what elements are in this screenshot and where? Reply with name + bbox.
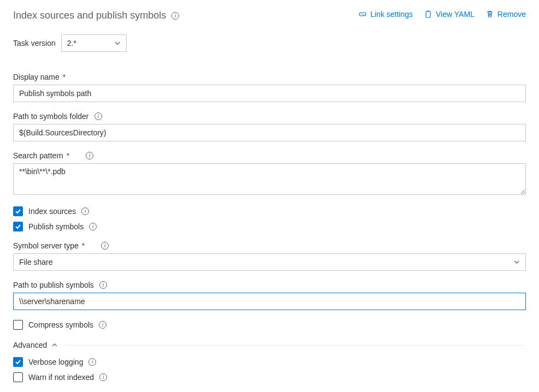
remove-button[interactable]: Remove (485, 10, 526, 19)
task-version-row: Task version 2.* (13, 34, 526, 52)
publish-path-label-row: Path to publish symbols i (13, 281, 526, 289)
server-type-value: File share (19, 258, 52, 266)
link-settings-label: Link settings (370, 10, 413, 19)
info-icon[interactable]: i (99, 373, 107, 381)
verbose-logging-label: Verbose logging (28, 358, 83, 366)
publish-path-label: Path to publish symbols (13, 281, 94, 289)
info-icon[interactable]: i (99, 281, 107, 289)
svg-rect-0 (426, 11, 430, 17)
view-yaml-label: View YAML (436, 10, 475, 19)
index-sources-label: Index sources (28, 207, 76, 216)
task-version-select[interactable]: 2.* (61, 34, 127, 52)
required-marker: * (61, 73, 66, 81)
publish-symbols-checkbox[interactable] (13, 222, 23, 231)
check-icon (15, 208, 21, 215)
trash-icon (485, 10, 494, 19)
remove-label: Remove (497, 10, 526, 19)
verbose-logging-checkbox[interactable] (13, 357, 23, 367)
section-divider (66, 345, 526, 346)
publish-path-input[interactable] (13, 293, 526, 310)
server-type-label-row: Symbol server type * i (13, 241, 526, 250)
search-pattern-input[interactable] (13, 163, 526, 195)
info-icon[interactable]: i (81, 207, 89, 215)
display-name-label: Display name (13, 73, 60, 81)
display-name-block: Display name * (13, 73, 526, 102)
info-icon[interactable]: i (94, 112, 102, 120)
task-version-label: Task version (13, 39, 56, 47)
symbols-folder-input[interactable] (13, 124, 526, 141)
task-title: Index sources and publish symbols (13, 10, 166, 21)
symbols-folder-block: Path to symbols folder i (13, 112, 526, 141)
compress-symbols-label: Compress symbols (28, 320, 93, 329)
display-name-input[interactable] (13, 85, 526, 102)
publish-symbols-row: Publish symbols i (13, 222, 526, 231)
warn-if-not-indexed-checkbox[interactable] (13, 372, 23, 382)
view-yaml-button[interactable]: View YAML (424, 10, 475, 19)
header-actions: Link settings View YAML Remove (358, 10, 526, 19)
index-sources-row: Index sources i (13, 206, 526, 216)
verbose-logging-row: Verbose logging i (13, 357, 526, 367)
server-type-block: Symbol server type * i File share (13, 241, 526, 271)
compress-symbols-row: Compress symbols i (13, 320, 526, 330)
search-pattern-label: Search pattern (13, 151, 63, 160)
advanced-title: Advanced (13, 341, 47, 349)
required-marker: * (80, 241, 85, 250)
search-pattern-label-row: Search pattern * i (13, 151, 526, 160)
check-icon (15, 223, 21, 230)
compress-symbols-checkbox[interactable] (13, 320, 23, 330)
link-settings-button[interactable]: Link settings (358, 10, 413, 19)
task-version-value: 2.* (67, 39, 76, 47)
warn-if-not-indexed-row: Warn if not indexed i (13, 372, 526, 382)
index-sources-checkbox[interactable] (13, 206, 23, 216)
clipboard-icon (424, 10, 433, 19)
advanced-section-header[interactable]: Advanced (13, 341, 526, 349)
info-icon[interactable]: i (101, 242, 109, 250)
info-icon[interactable]: i (86, 152, 93, 159)
server-type-label: Symbol server type (13, 241, 79, 250)
chevron-down-icon (513, 259, 520, 265)
task-title-row: Index sources and publish symbols i (13, 10, 179, 21)
task-header: Index sources and publish symbols i Link… (13, 10, 526, 21)
warn-if-not-indexed-label: Warn if not indexed (28, 373, 94, 382)
required-marker: * (64, 151, 69, 160)
info-icon[interactable]: i (88, 358, 96, 366)
search-pattern-block: Search pattern * i (13, 151, 526, 197)
info-icon[interactable]: i (171, 12, 179, 20)
publish-symbols-label: Publish symbols (28, 222, 84, 231)
check-icon (15, 359, 21, 365)
symbols-folder-label-row: Path to symbols folder i (13, 112, 526, 121)
server-type-select[interactable]: File share (13, 253, 526, 271)
info-icon[interactable]: i (99, 321, 106, 329)
display-name-label-row: Display name * (13, 73, 526, 81)
chevron-up-icon (51, 342, 58, 348)
chevron-down-icon (114, 40, 121, 46)
symbols-folder-label: Path to symbols folder (13, 112, 89, 121)
publish-path-block: Path to publish symbols i (13, 281, 526, 310)
info-icon[interactable]: i (89, 223, 97, 230)
link-icon (358, 10, 367, 19)
